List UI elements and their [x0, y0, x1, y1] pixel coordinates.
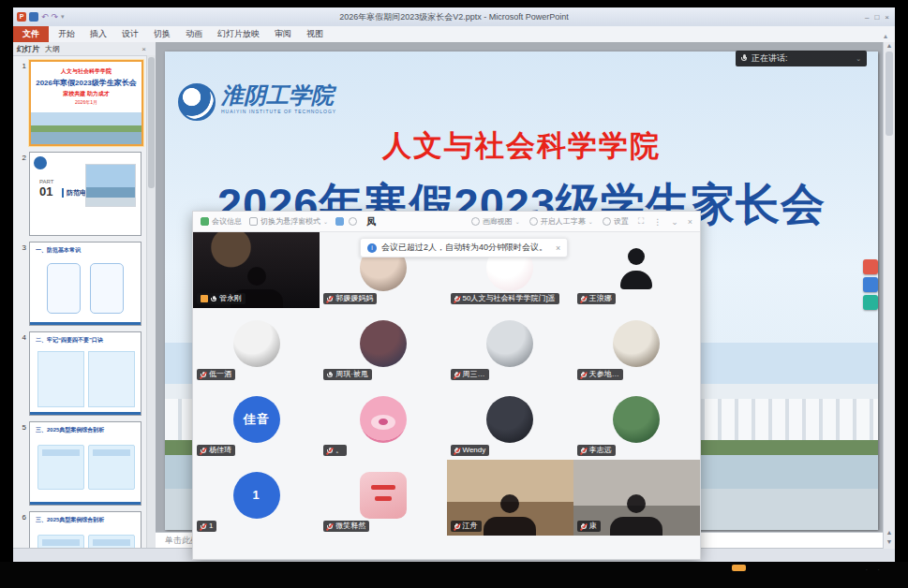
- avatar: [360, 472, 407, 519]
- ribbon-tab-切换[interactable]: 切换: [146, 26, 178, 42]
- vertical-scrollbar[interactable]: ▲ ▲ ▼: [883, 42, 895, 549]
- participant-name: 。: [335, 445, 343, 456]
- speaking-indicator[interactable]: 正在讲话: ⌄: [736, 51, 867, 66]
- slide-thumbnail-1[interactable]: 人文与社会科学学院2026年寒假2023级学生家长会家校共建 助力成才2026年…: [29, 60, 143, 146]
- toolbar-item-shield-icon[interactable]: 会议信息: [201, 216, 242, 227]
- participant-name-badge: 江舟: [451, 521, 482, 532]
- participant-tile[interactable]: 。: [320, 384, 446, 460]
- meeting-title: 凤: [366, 215, 376, 228]
- quick-access-dropdown-icon[interactable]: ▾: [61, 13, 65, 21]
- slide-thumbnail-5[interactable]: 三、2025典型案例综合剖析: [29, 421, 141, 506]
- thumbnail-list: 1人文与社会科学学院2026年寒假2023级学生家长会家校共建 助力成才2026…: [13, 55, 147, 549]
- scroll-up-icon[interactable]: ▲: [886, 42, 893, 49]
- more-icon[interactable]: ⋮: [653, 217, 662, 227]
- ribbon-tab-幻灯片放映[interactable]: 幻灯片放映: [210, 26, 267, 42]
- close-icon[interactable]: ×: [688, 217, 692, 227]
- undo-icon[interactable]: ↶: [41, 12, 49, 22]
- participant-tile[interactable]: 李志远: [573, 384, 700, 460]
- blue-app-icon[interactable]: [863, 277, 878, 292]
- ribbon-tab-插入[interactable]: 插入: [82, 26, 114, 42]
- participant-name-badge: 周琪·被甩: [323, 369, 372, 380]
- collapse-icon[interactable]: ⌄: [671, 217, 678, 227]
- banner-close-icon[interactable]: ×: [556, 243, 560, 253]
- taskbar-highlight[interactable]: [732, 565, 746, 571]
- participant-tile[interactable]: 天参地…: [573, 308, 700, 384]
- save-icon[interactable]: [29, 12, 38, 22]
- maximize-button[interactable]: □: [874, 13, 879, 22]
- avatar: [360, 320, 407, 367]
- settings-icon: [603, 217, 611, 226]
- thumbnail-row: 3一、防范基本常识: [15, 242, 145, 326]
- ribbon-tab-审阅[interactable]: 审阅: [267, 26, 299, 42]
- toolbar-item-caption-icon[interactable]: 开启人工字幕⌄: [529, 216, 593, 227]
- thumb-content-box: [88, 535, 135, 549]
- panel-close-icon[interactable]: ×: [141, 45, 156, 53]
- participant-name: Wendy: [463, 445, 486, 456]
- chevron-down-icon: ⌄: [588, 218, 593, 225]
- participant-tile[interactable]: 低一酒: [193, 308, 320, 384]
- participant-tile[interactable]: 王浪娜: [573, 232, 700, 308]
- participant-tile[interactable]: 微笑释然: [320, 460, 446, 536]
- red-app-icon[interactable]: [863, 259, 878, 274]
- participant-name: 天参地…: [589, 369, 619, 380]
- toolbar-item-settings-icon[interactable]: 设置: [603, 216, 629, 227]
- system-tray-icons[interactable]: · ·: [865, 566, 884, 574]
- layout-icon: [471, 217, 480, 226]
- shield-icon: [201, 217, 209, 226]
- participant-tile[interactable]: 管永刚: [193, 232, 320, 308]
- participant-tile[interactable]: 周琪·被甩: [320, 308, 446, 384]
- ribbon-tab-动画[interactable]: 动画: [178, 26, 210, 42]
- participant-tile[interactable]: 康: [573, 460, 700, 536]
- meeting-window[interactable]: 会议信息切换为悬浮窗模式⌄ 凤 画廊视图⌄开启人工字幕⌄设置⛶⋮⌄× i 会议已…: [192, 211, 701, 560]
- panel-tab-slides[interactable]: 幻灯片: [17, 44, 39, 54]
- slide-thumbnail-4[interactable]: 二、牢记“四要四不要”口诀: [29, 331, 141, 416]
- person-silhouette: [606, 494, 666, 536]
- slide-thumbnail-6[interactable]: 三、2025典型案例综合剖析: [29, 511, 141, 549]
- participant-tile[interactable]: 11: [193, 460, 320, 536]
- participant-name: 周三…: [463, 369, 485, 380]
- mic-muted-icon: [327, 447, 333, 455]
- ribbon-tab-文件[interactable]: 文件: [13, 26, 49, 42]
- slide-thumbnail-2[interactable]: PART01防范电信网络诈骗: [29, 152, 141, 236]
- fullscreen-icon[interactable]: ⛶: [638, 216, 644, 227]
- previous-slide-icon[interactable]: ▲: [886, 529, 893, 536]
- refresh-icon[interactable]: [349, 217, 357, 226]
- panel-scroll-thumb[interactable]: [148, 57, 155, 188]
- participant-grid: 管永刚郭媛媛妈妈50人文与社会科学学院门]遥王浪娜低一酒周琪·被甩周三…天参地……: [193, 232, 700, 536]
- participant-tile[interactable]: Wendy: [447, 384, 573, 460]
- panel-scrollbar[interactable]: [146, 55, 156, 549]
- chevron-down-icon: ⌄: [323, 218, 328, 225]
- mic-muted-icon: [581, 447, 587, 455]
- avatar: [486, 320, 533, 367]
- minimize-button[interactable]: –: [865, 13, 869, 22]
- participant-tile[interactable]: 周三…: [447, 308, 573, 384]
- mic-muted-icon: [581, 371, 587, 379]
- participant-tile[interactable]: 佳音杨佳琦: [193, 384, 320, 460]
- ribbon-tab-设计[interactable]: 设计: [114, 26, 146, 42]
- ribbon-tab-开始[interactable]: 开始: [51, 26, 82, 42]
- thumbnail-number: 3: [15, 242, 26, 326]
- slide-heading: 人文与社会科学学院: [165, 126, 878, 166]
- participant-tile[interactable]: 江舟: [447, 460, 573, 536]
- toolbar-item-float-window-icon[interactable]: 切换为悬浮窗模式⌄: [249, 216, 328, 227]
- slide-thumbnail-3[interactable]: 一、防范基本常识: [29, 242, 141, 326]
- panel-tab-outline[interactable]: 大纲: [45, 44, 60, 54]
- doc-icon[interactable]: [335, 217, 344, 226]
- ribbon-tab-视图[interactable]: 视图: [299, 26, 331, 42]
- university-logo: 淮阴工学院 HUAIYIN INSTITUTE OF TECHNOLOGY: [178, 83, 336, 121]
- toolbar-item-layout-icon[interactable]: 画廊视图⌄: [471, 216, 520, 227]
- participant-name: 微笑释然: [335, 521, 365, 532]
- next-slide-icon[interactable]: ▼: [886, 538, 893, 545]
- ribbon-collapse-icon[interactable]: ▴: [884, 32, 895, 42]
- title-bar[interactable]: P ↶ ↷ ▾ 2026年寒假期间2023级家长会V2.pptx - Micro…: [13, 7, 895, 27]
- thumbnail-number: 2: [15, 152, 26, 236]
- thumbnail-row: 6三、2025典型案例综合剖析: [15, 511, 145, 549]
- thumb-footer-bar: [30, 412, 141, 415]
- redo-icon[interactable]: ↷: [52, 12, 59, 22]
- toolbar-item-label: 会议信息: [212, 216, 242, 227]
- close-button[interactable]: ×: [885, 13, 889, 22]
- chevron-down-icon: ⌄: [515, 218, 520, 225]
- thumb-footer-bar: [30, 322, 141, 325]
- scroll-thumb[interactable]: [886, 51, 893, 136]
- teal-app-icon[interactable]: [863, 295, 878, 310]
